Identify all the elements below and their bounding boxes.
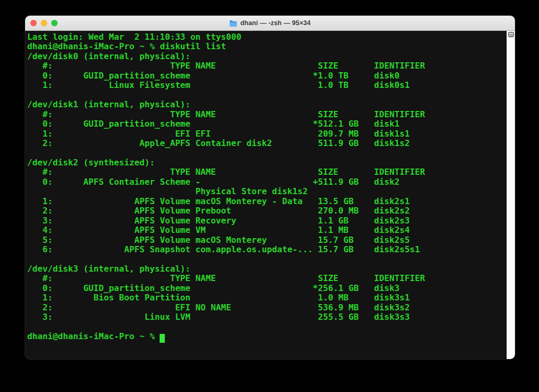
desktop-background: { "window": { "title": "dhani — -zsh — 9… bbox=[0, 0, 539, 392]
zoom-button[interactable] bbox=[51, 20, 58, 26]
terminal-window: dhani — -zsh — 95×34 Last login: Wed Mar… bbox=[25, 16, 515, 359]
window-controls bbox=[30, 16, 58, 30]
shell-prompt: dhani@dhanis-iMac-Pro ~ % bbox=[27, 331, 160, 341]
titlebar[interactable]: dhani — -zsh — 95×34 bbox=[25, 16, 515, 31]
minimize-button[interactable] bbox=[41, 20, 47, 26]
scrollbar-lines-icon bbox=[508, 32, 514, 37]
folder-proxy-icon bbox=[229, 20, 237, 27]
terminal-content: Last login: Wed Mar 2 11:10:33 on ttys00… bbox=[25, 31, 515, 359]
close-button[interactable] bbox=[30, 20, 37, 26]
scrollbar-track[interactable] bbox=[507, 31, 515, 359]
terminal-cursor bbox=[160, 334, 165, 343]
terminal-output-text: Last login: Wed Mar 2 11:10:33 on ttys00… bbox=[27, 32, 425, 322]
terminal-screen[interactable]: Last login: Wed Mar 2 11:10:33 on ttys00… bbox=[25, 31, 507, 359]
window-title: dhani — -zsh — 95×34 bbox=[240, 19, 310, 27]
title-group: dhani — -zsh — 95×34 bbox=[229, 19, 310, 27]
